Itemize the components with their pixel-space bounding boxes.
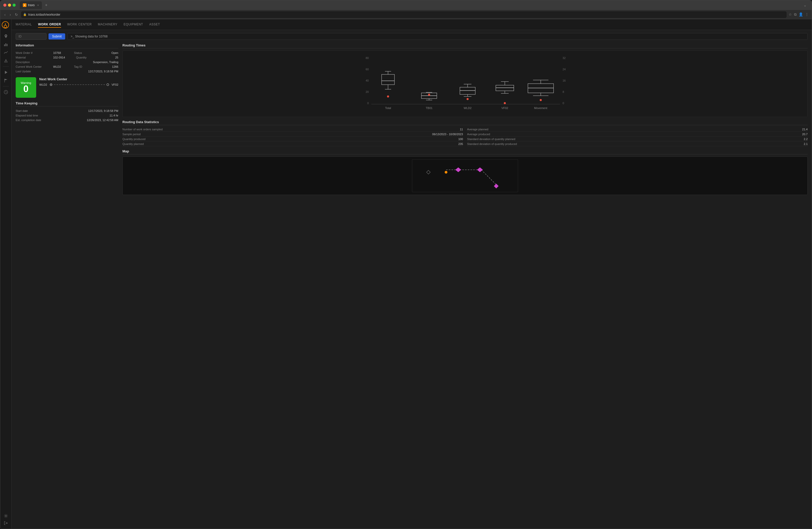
tab-close-icon[interactable]: ×: [37, 4, 39, 7]
wc-from-label: WLD2: [39, 83, 47, 86]
svg-point-40: [428, 94, 430, 96]
wc-end-dot: [106, 83, 109, 86]
search-row: Submit >_ Showing data for 10768: [16, 33, 808, 40]
svg-text:VF02: VF02: [502, 106, 508, 109]
std-planned-label: Standard deviation of quantity planned: [467, 137, 515, 141]
sidebar: [0, 19, 12, 529]
stat-avg-produced: Average produced 20.7: [467, 132, 808, 136]
minimize-button[interactable]: [8, 4, 11, 7]
svg-text:0: 0: [367, 102, 369, 105]
std-planned-value: 2.2: [804, 137, 808, 141]
menu-icon[interactable]: ⋮: [805, 12, 809, 17]
timekeep-start: Start date 12/17/2023, 9:18:58 PM: [16, 108, 118, 113]
qty-produced-value: 100: [458, 137, 463, 141]
svg-point-71: [445, 171, 448, 174]
nav-equipment[interactable]: EQUIPMENT: [124, 21, 143, 28]
start-date-value: 12/17/2023, 9:18:58 PM: [86, 109, 118, 112]
svg-rect-66: [404, 157, 526, 195]
wc-line: [54, 84, 105, 85]
sidebar-item-chart[interactable]: [2, 41, 10, 48]
sidebar-item-settings[interactable]: [2, 512, 10, 519]
nav-workcenter[interactable]: WORK CENTER: [67, 21, 92, 28]
lock-icon: 🔒: [23, 13, 27, 16]
tab-title: traxs: [28, 3, 35, 7]
material-label: Material: [16, 56, 49, 59]
new-tab-button[interactable]: +: [43, 3, 49, 8]
profile-icon[interactable]: 👤: [799, 12, 803, 17]
sidebar-item-map[interactable]: [2, 33, 10, 40]
est-completion-label: Est. completion date: [16, 119, 49, 122]
wc-to-label: VF02: [112, 83, 118, 86]
svg-point-13: [5, 515, 6, 517]
sidebar-item-analytics[interactable]: [2, 49, 10, 56]
sidebar-item-flag[interactable]: [2, 77, 10, 84]
sidebar-item-clock[interactable]: [2, 89, 10, 96]
svg-text:80: 80: [366, 56, 369, 60]
back-button[interactable]: ‹: [3, 12, 7, 17]
sample-period-value: 06/13/2023 - 10/30/2023: [432, 133, 463, 136]
browser-titlebar: traxs × + ⌄: [0, 0, 812, 10]
extensions-icon[interactable]: ⧉: [794, 12, 797, 17]
tab-list-button[interactable]: ⌄: [801, 3, 809, 7]
url-text: traxs.io/dash/workorder: [28, 13, 60, 16]
svg-text:24: 24: [563, 68, 566, 71]
wc-flow: WLD2 VF02: [39, 83, 118, 86]
warning-value: 0: [23, 84, 28, 94]
wc-start-dot: [50, 83, 52, 86]
svg-text:TB01: TB01: [426, 106, 432, 109]
submit-button[interactable]: Submit: [48, 33, 65, 40]
stats-section: Routing Data Statistics Number of work o…: [122, 120, 808, 146]
svg-point-48: [467, 98, 469, 100]
info-row-lastupdate: Last Update 12/17/2023, 9:18:58 PM: [16, 69, 118, 74]
info-table: Work Order # 10768 Status Open Material …: [16, 50, 118, 74]
stat-sample-period: Sample period 06/13/2023 - 10/30/2023: [122, 132, 463, 136]
forward-button[interactable]: ›: [9, 12, 12, 17]
two-col-layout: Information Work Order # 10768 Status Op…: [16, 43, 808, 195]
timekeep-elapsed: Elapsed total time 11.4 hr: [16, 113, 118, 118]
traffic-lights: [3, 4, 16, 7]
svg-text:40: 40: [366, 79, 369, 82]
nav-machinery[interactable]: MACHINERY: [98, 21, 117, 28]
svg-point-1: [24, 5, 25, 6]
routing-times-title: Routing Times: [122, 43, 808, 48]
tab-favicon: [23, 3, 26, 7]
quantity-label: Quantity: [76, 56, 109, 59]
id-input[interactable]: [16, 33, 46, 40]
stat-std-produced: Standard deviation of quantity produced …: [467, 142, 808, 146]
qty-produced-label: Quantity produced: [122, 137, 146, 141]
sidebar-item-logout[interactable]: [2, 519, 10, 527]
tab-bar: traxs × + ⌄: [20, 1, 809, 9]
svg-text:8: 8: [563, 90, 564, 93]
svg-rect-28: [382, 74, 394, 85]
info-panel: Information Work Order # 10768 Status Op…: [16, 43, 118, 74]
nav-asset[interactable]: ASSET: [149, 21, 160, 28]
warning-section: Warning 0 Next Work Center WLD2: [16, 77, 118, 98]
avg-produced-label: Average produced: [467, 133, 490, 136]
tag-id-value: 1266: [109, 65, 118, 68]
map-section: Map: [122, 149, 808, 195]
chart-panel: Routing Times 80 60 40 20 0: [122, 43, 808, 117]
next-wc-title: Next Work Center: [39, 77, 118, 81]
sidebar-item-alert[interactable]: [2, 57, 10, 64]
logo[interactable]: [2, 21, 10, 30]
nav-material[interactable]: MATERIAL: [16, 21, 32, 28]
maximize-button[interactable]: [13, 4, 16, 7]
close-button[interactable]: [3, 4, 6, 7]
svg-text:Total: Total: [385, 106, 391, 109]
stat-std-planned: Standard deviation of quantity planned 2…: [467, 137, 808, 141]
std-produced-value: 2.1: [804, 142, 808, 145]
browser-toolbar: ‹ › ↻ 🔒 traxs.io/dash/workorder ☆ ⧉ 👤 ⋮: [0, 10, 812, 19]
quantity-value: 25: [111, 56, 118, 59]
qty-planned-label: Quantity planned: [122, 142, 144, 145]
nav-workorder[interactable]: WORK ORDER: [38, 21, 61, 28]
elapsed-value: 11.4 hr: [86, 114, 118, 117]
current-wc-value: WLD2: [53, 65, 61, 68]
num-orders-value: 11: [460, 128, 463, 131]
address-bar[interactable]: 🔒 traxs.io/dash/workorder: [21, 11, 787, 18]
reload-button[interactable]: ↻: [14, 12, 19, 17]
browser-tab-traxs[interactable]: traxs ×: [20, 1, 42, 9]
current-wc-label: Current Work Center: [16, 65, 49, 68]
sidebar-item-play[interactable]: [2, 69, 10, 76]
bookmark-icon[interactable]: ☆: [789, 12, 792, 17]
avg-planned-label: Average planned: [467, 128, 488, 131]
